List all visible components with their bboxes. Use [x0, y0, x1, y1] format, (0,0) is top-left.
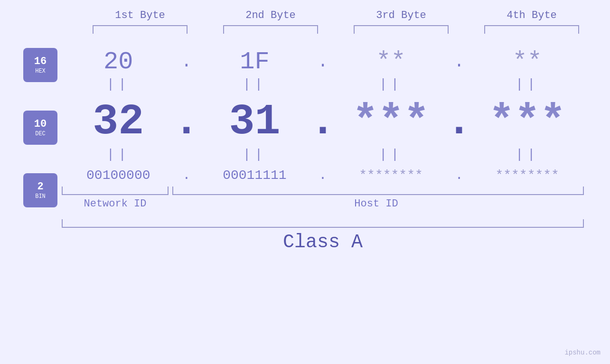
bottom-brackets — [62, 187, 584, 195]
bin-badge: 2 BIN — [23, 173, 57, 207]
bin-b2: 00011111 — [223, 168, 286, 183]
network-id-label: Network ID — [62, 198, 169, 210]
bin-dot1: . — [179, 168, 194, 183]
hex-badge: 16 HEX — [23, 48, 57, 82]
watermark: ipshu.com — [564, 349, 601, 356]
hex-b3: ** — [376, 48, 405, 76]
full-bracket — [62, 219, 584, 228]
dec-dot3: . — [452, 98, 466, 146]
eq2-b3: || — [339, 146, 443, 163]
hex-b2-cell: 1F — [202, 48, 307, 76]
dec-dot1: . — [179, 98, 194, 146]
hex-b4-cell: ** — [475, 48, 580, 76]
hex-value-row: 20 . 1F . ** . ** — [62, 48, 584, 76]
class-label: Class A — [62, 232, 584, 253]
byte1-header: 1st Byte — [88, 9, 192, 21]
value-rows: 20 . 1F . ** . ** || || — [62, 38, 584, 253]
eq1-b4: || — [475, 76, 580, 93]
eq1-b2: || — [202, 76, 307, 93]
eq1-b1: || — [66, 76, 170, 93]
dec-b1-cell: 32 — [66, 98, 170, 146]
full-bracket-row — [62, 219, 584, 228]
dec-b3-cell: *** — [339, 98, 443, 146]
bracket-byte3 — [354, 25, 449, 34]
bracket-byte2 — [223, 25, 318, 34]
byte-headers: 1st Byte 2nd Byte 3rd Byte 4th Byte — [75, 9, 597, 21]
bin-b3-cell: ******** — [339, 168, 443, 183]
hex-b1: 20 — [103, 48, 133, 76]
byte4-header: 4th Byte — [479, 9, 584, 21]
hex-b3-cell: ** — [339, 48, 443, 76]
eq2-b2: || — [202, 146, 307, 163]
hex-dot2: . — [316, 52, 330, 72]
dec-b2-cell: 31 — [202, 98, 307, 146]
dec-b4: *** — [489, 98, 566, 146]
bin-b2-cell: 00011111 — [202, 168, 307, 183]
dec-value-row: 32 . 31 . *** . *** — [62, 98, 584, 146]
byte2-header: 2nd Byte — [218, 9, 323, 21]
bin-b4-cell: ******** — [475, 168, 580, 183]
bin-dot3: . — [452, 168, 466, 183]
bracket-byte4 — [484, 25, 579, 34]
dec-b1: 32 — [93, 98, 144, 146]
bin-dot2: . — [316, 168, 330, 183]
dec-b3: *** — [353, 98, 430, 146]
host-bracket — [172, 187, 584, 195]
hex-dot1: . — [179, 52, 194, 72]
dec-badge: 10 DEC — [23, 111, 57, 145]
top-brackets — [75, 25, 597, 34]
main-container: 1st Byte 2nd Byte 3rd Byte 4th Byte 16 H… — [0, 0, 610, 364]
equals-row-1: || || || || — [62, 76, 584, 93]
hex-dot3: . — [452, 52, 466, 72]
eq2-b1: || — [66, 146, 170, 163]
badges-column: 16 HEX 10 DEC 2 BIN — [0, 38, 62, 253]
main-rows: 16 HEX 10 DEC 2 BIN 20 . 1F — [0, 38, 610, 253]
bin-value-row: 00100000 . 00011111 . ******** . *******… — [62, 168, 584, 183]
eq1-b3: || — [339, 76, 443, 93]
dec-b4-cell: *** — [475, 98, 580, 146]
bin-b4: ******** — [495, 168, 559, 183]
bracket-byte1 — [93, 25, 188, 34]
network-bracket — [62, 187, 169, 195]
bin-b1-cell: 00100000 — [66, 168, 170, 183]
dec-dot2: . — [316, 98, 330, 146]
bin-b1: 00100000 — [86, 168, 150, 183]
byte3-header: 3rd Byte — [349, 9, 453, 21]
hex-b1-cell: 20 — [66, 48, 170, 76]
equals-row-2: || || || || — [62, 146, 584, 163]
bin-b3: ******** — [359, 168, 422, 183]
hex-b4: ** — [512, 48, 542, 76]
dec-b2: 31 — [229, 98, 280, 146]
id-labels: Network ID Host ID — [62, 198, 584, 210]
host-id-label: Host ID — [169, 198, 584, 210]
hex-b2: 1F — [240, 48, 269, 76]
eq2-b4: || — [475, 146, 580, 163]
